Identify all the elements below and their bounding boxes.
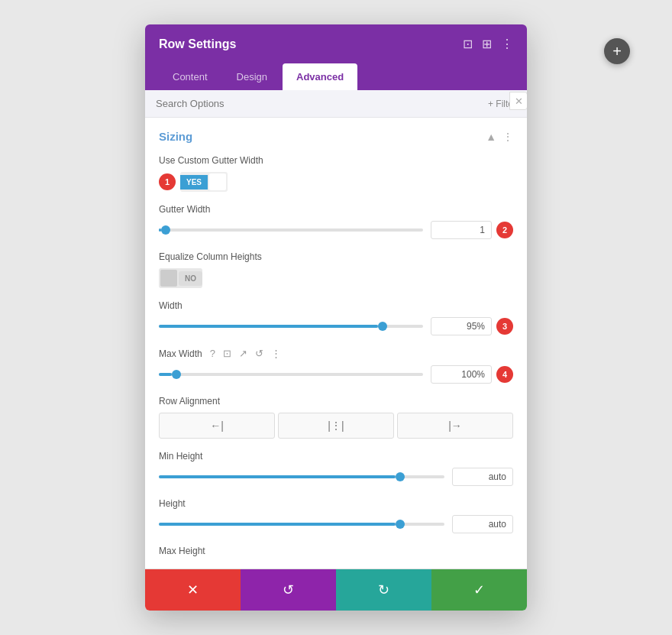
panel-content: Sizing ▲ ⋮ Use Custom Gutter Width 1 YES xyxy=(145,118,527,569)
redo-icon: ↻ xyxy=(378,582,389,598)
width-slider[interactable] xyxy=(159,325,423,328)
custom-gutter-toggle[interactable]: YES xyxy=(180,172,228,192)
min-height-slider[interactable] xyxy=(159,475,444,478)
min-height-label: Min Height xyxy=(159,451,513,462)
max-width-tools: Max Width ? ⊡ ↗ ↺ ⋮ xyxy=(159,348,513,359)
height-input[interactable] xyxy=(452,515,513,533)
row-settings-panel: Row Settings ⊡ ⊞ ⋮ Content Design Advanc… xyxy=(145,24,527,611)
height-slider-thumb[interactable] xyxy=(396,520,405,529)
max-width-label: Max Width xyxy=(159,348,202,359)
fullscreen-icon[interactable]: ⊡ xyxy=(463,37,473,51)
confirm-button[interactable]: ✓ xyxy=(431,569,527,611)
width-slider-row: 3 xyxy=(159,317,513,335)
use-custom-gutter-field: Use Custom Gutter Width 1 YES xyxy=(145,149,527,198)
height-label: Height xyxy=(159,498,513,509)
height-slider-fill xyxy=(159,523,396,526)
use-custom-gutter-label: Use Custom Gutter Width xyxy=(159,155,513,166)
max-width-slider-row: 4 xyxy=(159,365,513,384)
undo-icon: ↺ xyxy=(283,582,294,598)
row-alignment-label: Row Alignment xyxy=(159,396,513,407)
gutter-width-field: Gutter Width 2 xyxy=(145,198,527,245)
redo-button[interactable]: ↻ xyxy=(336,569,431,611)
toggle-no-label: NO xyxy=(179,271,202,286)
equalize-toggle-wrap: NO xyxy=(159,268,513,288)
max-width-slider[interactable] xyxy=(159,373,423,376)
confirm-icon: ✓ xyxy=(473,582,485,598)
panel-header: Row Settings ⊡ ⊞ ⋮ xyxy=(145,24,527,63)
gutter-value-wrap: 2 xyxy=(431,221,513,239)
width-label: Width xyxy=(159,300,513,311)
section-more-icon[interactable]: ⋮ xyxy=(502,131,513,143)
badge-2: 2 xyxy=(496,222,513,238)
height-slider[interactable] xyxy=(159,523,444,526)
row-alignment-field: Row Alignment ←| |⋮| |→ xyxy=(145,390,527,445)
help-icon[interactable]: ? xyxy=(210,348,215,359)
gutter-slider-thumb[interactable] xyxy=(161,225,170,235)
toggle-yes-label: YES xyxy=(180,175,208,190)
equalize-handle xyxy=(160,270,177,287)
tabs-bar: Content Design Advanced xyxy=(145,63,527,90)
max-width-slider-fill xyxy=(159,373,172,376)
min-height-slider-fill xyxy=(159,475,396,478)
max-width-slider-thumb[interactable] xyxy=(172,370,181,379)
width-input[interactable] xyxy=(431,317,492,335)
tab-design[interactable]: Design xyxy=(223,63,281,90)
align-center-button[interactable]: |⋮| xyxy=(278,413,394,439)
equalize-columns-label: Equalize Column Heights xyxy=(159,251,513,262)
close-button[interactable]: ✕ xyxy=(509,92,527,110)
cancel-button[interactable]: ✕ xyxy=(145,569,241,611)
max-width-field: Max Width ? ⊡ ↗ ↺ ⋮ 4 xyxy=(145,342,527,390)
tab-content[interactable]: Content xyxy=(159,63,221,90)
section-title: Sizing xyxy=(159,130,192,143)
width-slider-fill xyxy=(159,325,378,328)
max-height-field: Max Height xyxy=(145,539,527,569)
gutter-width-slider[interactable] xyxy=(159,228,423,232)
badge-4: 4 xyxy=(496,366,513,383)
section-icons: ▲ ⋮ xyxy=(486,131,513,143)
height-slider-row xyxy=(159,515,513,533)
cancel-icon: ✕ xyxy=(187,582,199,598)
toggle-handle xyxy=(209,173,226,190)
align-right-button[interactable]: |→ xyxy=(397,413,513,439)
min-height-slider-thumb[interactable] xyxy=(396,472,405,481)
max-width-more-icon[interactable]: ⋮ xyxy=(271,348,281,359)
equalize-columns-field: Equalize Column Heights NO xyxy=(145,245,527,294)
alignment-buttons: ←| |⋮| |→ xyxy=(159,413,513,439)
max-height-label: Max Height xyxy=(159,546,513,556)
min-height-field: Min Height xyxy=(145,445,527,492)
search-input[interactable] xyxy=(156,98,444,109)
collapse-icon[interactable]: ▲ xyxy=(486,131,496,143)
gutter-width-label: Gutter Width xyxy=(159,204,513,215)
width-field: Width 3 xyxy=(145,294,527,342)
copy-icon[interactable]: ⊡ xyxy=(223,348,231,359)
reset-icon[interactable]: ↺ xyxy=(255,348,263,359)
min-height-slider-row xyxy=(159,468,513,486)
undo-button[interactable]: ↺ xyxy=(241,569,336,611)
toggle-wrap: 1 YES xyxy=(159,172,513,192)
width-value-wrap: 3 xyxy=(431,317,513,335)
tab-advanced[interactable]: Advanced xyxy=(283,63,357,90)
header-icons: ⊡ ⊞ ⋮ xyxy=(463,37,513,51)
badge-1: 1 xyxy=(159,173,176,190)
gutter-width-input[interactable] xyxy=(431,221,492,239)
link-icon[interactable]: ↗ xyxy=(239,348,247,359)
height-field: Height xyxy=(145,492,527,539)
gutter-width-slider-row: 2 xyxy=(159,221,513,239)
panel-footer: ✕ ↺ ↻ ✓ xyxy=(145,569,527,611)
section-header: Sizing ▲ ⋮ xyxy=(145,118,527,149)
search-bar: + Filter xyxy=(145,90,527,118)
equalize-toggle[interactable]: NO xyxy=(159,268,202,288)
add-button[interactable]: + xyxy=(604,38,630,64)
max-width-input[interactable] xyxy=(431,365,492,384)
align-left-button[interactable]: ←| xyxy=(159,413,275,439)
max-width-value-wrap: 4 xyxy=(431,365,513,384)
more-icon[interactable]: ⋮ xyxy=(501,37,513,51)
panel-title: Row Settings xyxy=(159,37,236,51)
width-slider-thumb[interactable] xyxy=(378,322,387,331)
split-icon[interactable]: ⊞ xyxy=(482,37,492,51)
badge-3: 3 xyxy=(496,318,513,335)
min-height-input[interactable] xyxy=(452,468,513,486)
